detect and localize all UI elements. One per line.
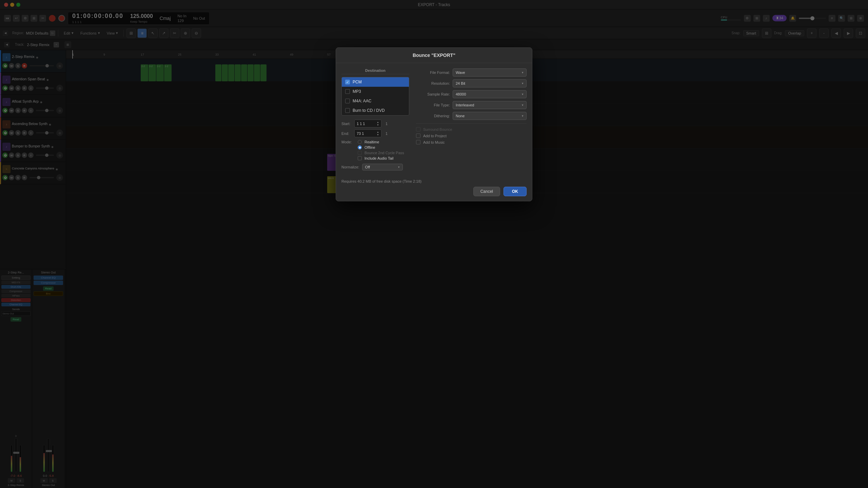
mode-offline-row: Offline — [341, 145, 409, 149]
file-type-value: Interleaved — [456, 103, 474, 107]
realtime-label: Realtime — [364, 140, 379, 144]
audiotail-label: Include Audio Tail — [364, 156, 393, 160]
destination-header: Destination — [341, 68, 409, 74]
start-value: 1 1 1 — [357, 122, 365, 126]
surround-bounce-row: Surround Bounce — [416, 127, 527, 131]
dest-pcm-check — [345, 80, 350, 84]
dest-cd-label: Burn to CD / DVD — [353, 108, 385, 113]
end-label: End: — [341, 131, 352, 136]
dest-pcm[interactable]: PCM — [342, 77, 409, 87]
resolution-value: 24 Bit — [456, 81, 465, 85]
resolution-select[interactable]: 24 Bit ▾ — [453, 79, 527, 87]
file-type-label: File Type: — [416, 103, 450, 107]
add-to-project-label: Add to Project — [423, 134, 447, 138]
resolution-row: Resolution: 24 Bit ▾ — [416, 79, 527, 87]
dithering-arrow: ▾ — [522, 114, 524, 118]
dest-mp3[interactable]: MP3 — [342, 87, 409, 96]
dialog-overlay: Bounce "EXPORT" Destination PCM MP3 — [0, 0, 868, 488]
file-format-select[interactable]: Wave ▾ — [453, 68, 527, 77]
end-up[interactable]: ▲ — [377, 131, 379, 133]
add-to-project-row: Add to Project — [416, 134, 527, 138]
start-label: Start: — [341, 122, 352, 126]
end-value: 73 1 — [357, 131, 364, 136]
start-extra: 1 — [386, 122, 388, 126]
mode-section: Mode: Realtime Offline — [341, 140, 409, 149]
file-format-row: File Format: Wave ▾ — [416, 68, 527, 77]
sample-rate-select[interactable]: 48000 ▾ — [453, 90, 527, 98]
dialog-body: Destination PCM MP3 M4A: AAC — [336, 63, 532, 176]
sample-rate-value: 48000 — [456, 92, 466, 96]
dithering-select[interactable]: None ▾ — [453, 112, 527, 120]
end-extra: 1 — [386, 131, 388, 136]
bounce2-check[interactable] — [358, 151, 362, 155]
resolution-label: Resolution: — [416, 81, 450, 85]
ok-button[interactable]: OK — [504, 187, 527, 196]
dialog-right-col: File Format: Wave ▾ Resolution: 24 Bit ▾ — [416, 68, 527, 170]
sample-rate-arrow: ▾ — [522, 93, 524, 96]
file-type-select[interactable]: Interleaved ▾ — [453, 101, 527, 109]
end-row: End: 73 1 ▲ ▼ 1 — [341, 129, 409, 137]
mode-label: Mode: — [341, 140, 355, 144]
start-down[interactable]: ▼ — [377, 124, 379, 126]
normalize-arrow: ▾ — [398, 165, 400, 169]
dithering-row: Dithering: None ▾ — [416, 112, 527, 120]
audiotail-check[interactable] — [358, 156, 362, 160]
start-input[interactable]: 1 1 1 ▲ ▼ — [354, 120, 381, 127]
file-format-label: File Format: — [416, 70, 450, 75]
disk-info: Requires 40.2 MB of free disk space (Tim… — [341, 179, 527, 183]
offline-label: Offline — [364, 145, 375, 149]
add-to-music-check[interactable] — [416, 140, 420, 144]
normalize-row: Normalize: Off ▾ — [341, 164, 409, 170]
dest-m4a-label: M4A: AAC — [353, 99, 371, 103]
file-type-row: File Type: Interleaved ▾ — [416, 101, 527, 109]
dialog-left-col: Destination PCM MP3 M4A: AAC — [341, 68, 409, 170]
normalize-value: Off — [365, 165, 370, 169]
dest-m4a[interactable]: M4A: AAC — [342, 96, 409, 106]
end-down[interactable]: ▼ — [377, 134, 379, 136]
dest-mp3-label: MP3 — [353, 89, 361, 94]
dest-mp3-check — [345, 89, 350, 94]
destination-list: PCM MP3 M4A: AAC Burn to CD / DVD — [341, 77, 409, 116]
cancel-button[interactable]: Cancel — [473, 187, 500, 196]
end-stepper[interactable]: ▲ ▼ — [377, 131, 379, 136]
surround-bounce-label: Surround Bounce — [423, 127, 452, 131]
mode-realtime-row: Mode: Realtime — [341, 140, 409, 144]
radio-offline[interactable] — [358, 145, 362, 149]
dialog-title: Bounce "EXPORT" — [336, 48, 532, 63]
add-to-music-row: Add to Music — [416, 140, 527, 144]
normalize-label: Normalize: — [341, 165, 359, 169]
start-end-section: Start: 1 1 1 ▲ ▼ 1 End: — [341, 120, 409, 137]
dest-cd-check — [345, 108, 350, 113]
start-up[interactable]: ▲ — [377, 121, 379, 123]
sample-rate-row: Sample Rate: 48000 ▾ — [416, 90, 527, 98]
settings-divider — [416, 123, 527, 124]
bounce-dialog: Bounce "EXPORT" Destination PCM MP3 — [336, 47, 532, 201]
bounce2-row: Bounce 2nd Cycle Pass — [358, 151, 409, 155]
surround-bounce-check[interactable] — [416, 127, 420, 131]
add-to-music-label: Add to Music — [423, 140, 445, 144]
start-stepper[interactable]: ▲ ▼ — [377, 121, 379, 126]
dialog-footer: Requires 40.2 MB of free disk space (Tim… — [336, 176, 532, 201]
dest-cd[interactable]: Burn to CD / DVD — [342, 106, 409, 115]
resolution-arrow: ▾ — [522, 82, 524, 85]
dithering-label: Dithering: — [416, 114, 450, 118]
bounce2-label: Bounce 2nd Cycle Pass — [364, 151, 404, 155]
start-row: Start: 1 1 1 ▲ ▼ 1 — [341, 120, 409, 127]
dest-m4a-check — [345, 99, 350, 103]
normalize-select[interactable]: Off ▾ — [362, 164, 403, 170]
radio-realtime[interactable] — [358, 140, 362, 144]
dialog-buttons: Cancel OK — [341, 187, 527, 196]
dest-pcm-label: PCM — [353, 80, 362, 84]
sample-rate-label: Sample Rate: — [416, 92, 450, 96]
dithering-value: None — [456, 114, 465, 118]
file-format-value: Wave — [456, 70, 465, 75]
file-type-arrow: ▾ — [522, 103, 524, 107]
add-to-project-check[interactable] — [416, 134, 420, 138]
audiotail-row: Include Audio Tail — [358, 156, 409, 160]
end-input[interactable]: 73 1 ▲ ▼ — [354, 129, 381, 137]
file-format-arrow: ▾ — [522, 71, 524, 74]
